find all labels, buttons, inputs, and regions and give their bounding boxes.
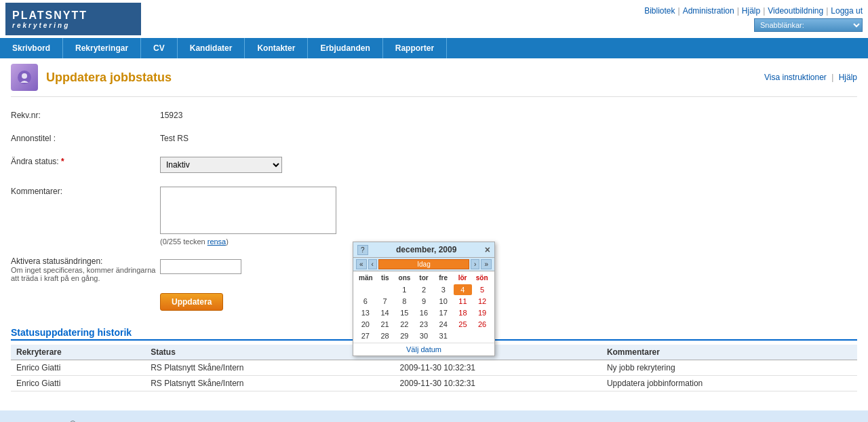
col-kommentarer: Kommentarer <box>601 345 857 360</box>
cal-day[interactable]: 26 <box>473 319 492 330</box>
top-right-area: Bibliotek | Administration | Hjälp | Vid… <box>644 6 863 32</box>
top-header: PLATSNYTT rekrytering Bibliotek | Admini… <box>0 0 868 38</box>
cal-day[interactable]: 30 <box>414 330 433 341</box>
cal-help-button[interactable]: ? <box>357 245 368 255</box>
cell-datum: 2009-11-30 10:32:31 <box>395 360 601 376</box>
cal-day[interactable]: 22 <box>395 319 414 330</box>
nav-kontakter[interactable]: Kontakter <box>245 38 308 58</box>
status-select[interactable]: Inaktiv Aktiv Stängd Pausad <box>160 157 282 173</box>
cal-next-button[interactable]: › <box>471 259 479 269</box>
cal-day <box>356 284 375 295</box>
logo-sub: rekrytering <box>12 22 134 29</box>
cell-kommentarer: Ny jobb rekrytering <box>601 360 857 376</box>
top-links: Bibliotek | Administration | Hjälp | Vid… <box>644 6 863 16</box>
col-rekryterare: Rekryterare <box>11 345 145 360</box>
cal-day[interactable]: 18 <box>454 307 473 318</box>
cal-day[interactable]: 8 <box>395 296 414 307</box>
cal-day <box>454 330 473 341</box>
kommentarer-label: Kommentarer: <box>11 184 160 196</box>
cal-day[interactable]: 7 <box>376 296 395 307</box>
monster-logo: monster® <box>11 419 76 422</box>
cal-day[interactable]: 10 <box>434 296 453 307</box>
hjalp-link[interactable]: Hjälp <box>742 6 760 16</box>
cal-day[interactable]: 19 <box>473 307 492 318</box>
cal-day[interactable]: 31 <box>434 330 453 341</box>
cal-day[interactable]: 28 <box>376 330 395 341</box>
page-title: Uppdatera jobbstatus <box>46 71 172 85</box>
cal-day[interactable]: 21 <box>376 319 395 330</box>
nav-rekryteringar[interactable]: Rekryteringar <box>63 38 141 58</box>
cal-next-next-button[interactable]: » <box>481 259 492 269</box>
rekv-nr-row: Rekv.nr: 15923 <box>11 105 857 123</box>
nav-erbjudanden[interactable]: Erbjudanden <box>308 38 382 58</box>
cal-day[interactable]: 24 <box>434 319 453 330</box>
annonstitel-value: Test RS <box>160 131 857 143</box>
update-button[interactable]: Uppdatera <box>160 293 223 311</box>
page-header: Uppdatera jobbstatus Visa instruktioner … <box>11 64 857 97</box>
cell-kommentarer: Uppdatera jobbinformation <box>601 376 857 391</box>
cal-day[interactable]: 12 <box>473 296 492 307</box>
kommentarer-textarea[interactable] <box>160 187 336 234</box>
hjalp-page-link[interactable]: Hjälp <box>839 73 857 82</box>
table-row: Enrico GiattiRS Platsnytt Skåne/Intern20… <box>11 376 857 391</box>
andra-status-value: Inaktiv Aktiv Stängd Pausad <box>160 154 857 173</box>
snabblankar-select[interactable]: Snabblänkar: <box>754 18 863 32</box>
kommentarer-row: Kommentarer: (0/255 tecken rensa) <box>11 181 857 248</box>
cal-day[interactable]: 6 <box>356 296 375 307</box>
cal-day[interactable]: 15 <box>395 307 414 318</box>
cal-today-button[interactable]: Idag <box>378 259 469 269</box>
snabblankar-bar: Snabblänkar: <box>754 18 863 32</box>
cal-day[interactable]: 29 <box>395 330 414 341</box>
cal-day[interactable]: 23 <box>414 319 433 330</box>
rekv-nr-label: Rekv.nr: <box>11 108 160 120</box>
logo: PLATSNYTT rekrytering <box>5 3 141 35</box>
aktivera-label: Aktivera statusändringen: Om inget speci… <box>11 256 160 282</box>
cal-footer[interactable]: Välj datum <box>353 343 494 356</box>
cal-grid: män tis ons tor fre lör sön 123456789101… <box>353 271 494 343</box>
nav-bar: Skrivbord Rekryteringar CV Kandidater Ko… <box>0 38 868 58</box>
cal-header: ? december, 2009 × <box>353 242 494 258</box>
cal-day[interactable]: 5 <box>473 284 492 295</box>
nav-kandidater[interactable]: Kandidater <box>178 38 245 58</box>
cal-close-button[interactable]: × <box>485 244 490 255</box>
page-help: Visa instruktioner | Hjälp <box>764 73 857 82</box>
cal-day[interactable]: 9 <box>414 296 433 307</box>
cal-weekdays: män tis ons tor fre lör sön <box>356 273 492 283</box>
cell-rekryterare: Enrico Giatti <box>11 376 145 391</box>
cal-day <box>473 330 492 341</box>
cal-day[interactable]: 2 <box>414 284 433 295</box>
cal-day[interactable]: 1 <box>395 284 414 295</box>
aktivera-input-area <box>160 256 857 274</box>
cal-day[interactable]: 20 <box>356 319 375 330</box>
cell-rekryterare: Enrico Giatti <box>11 360 145 376</box>
nav-skrivbord[interactable]: Skrivbord <box>0 38 63 58</box>
cal-prev-prev-button[interactable]: « <box>356 259 367 269</box>
administration-link[interactable]: Administration <box>683 6 734 16</box>
svg-point-1 <box>22 73 27 79</box>
logga-ut-link[interactable]: Logga ut <box>831 6 863 16</box>
cal-day[interactable]: 11 <box>454 296 473 307</box>
rensa-link[interactable]: rensa <box>208 237 226 246</box>
videoutbildning-link[interactable]: Videoutbildning <box>768 6 823 16</box>
cal-day[interactable]: 4 <box>454 284 473 295</box>
nav-cv[interactable]: CV <box>141 38 178 58</box>
cal-day[interactable]: 13 <box>356 307 375 318</box>
cal-day[interactable]: 14 <box>376 307 395 318</box>
andra-status-label: Ändra status: * <box>11 154 160 166</box>
cal-day[interactable]: 3 <box>434 284 453 295</box>
cal-day[interactable]: 17 <box>434 307 453 318</box>
bibliotek-link[interactable]: Bibliotek <box>644 6 675 16</box>
kommentarer-value: (0/255 tecken rensa) <box>160 184 857 246</box>
cal-day[interactable]: 27 <box>356 330 375 341</box>
cal-day[interactable]: 16 <box>414 307 433 318</box>
visa-instruktioner-link[interactable]: Visa instruktioner <box>764 73 827 82</box>
main-content: Uppdatera jobbstatus Visa instruktioner … <box>0 58 868 397</box>
nav-rapporter[interactable]: Rapporter <box>383 38 447 58</box>
cal-prev-button[interactable]: ‹ <box>368 259 377 269</box>
page-icon <box>11 64 38 91</box>
cal-day[interactable]: 25 <box>454 319 473 330</box>
cal-days: 1234567891011121314151617181920212223242… <box>356 284 492 341</box>
annonstitel-row: Annonstitel : Test RS <box>11 128 857 146</box>
annonstitel-label: Annonstitel : <box>11 131 160 143</box>
date-input[interactable] <box>160 259 241 274</box>
